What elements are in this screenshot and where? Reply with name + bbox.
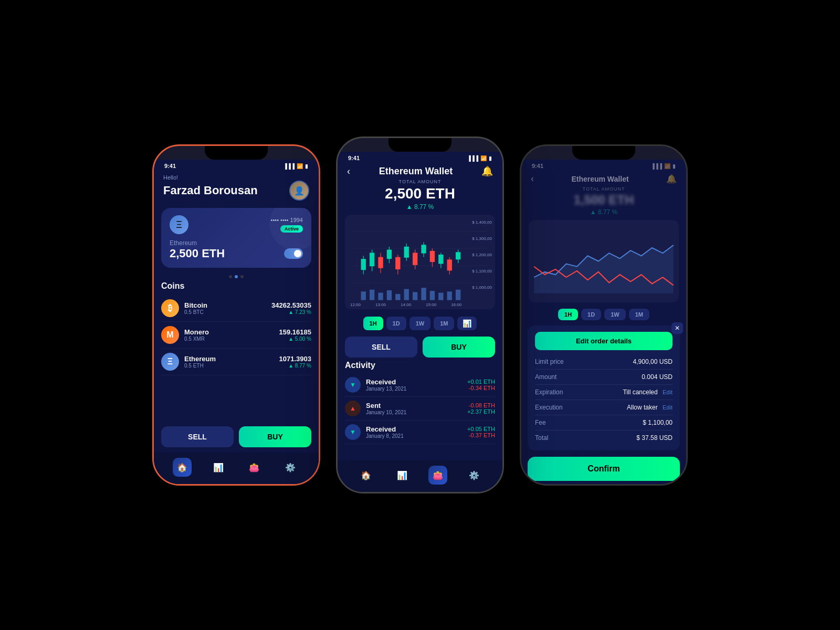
p2-nav-home[interactable]: 🏠	[356, 466, 375, 485]
activity-pos-3: +0.05 ETH	[467, 426, 495, 432]
p2-buy-button[interactable]: BUY	[423, 337, 495, 358]
p2-nav-chart[interactable]: 📊	[393, 466, 412, 485]
filter-1w[interactable]: 1W	[410, 317, 431, 330]
coin-info-eth: Ethereum 0.5 ETH	[184, 355, 274, 369]
price-chart: $ 1,400,00 $ 1,300,00 $ 1,200,00 $ 1,100…	[345, 215, 495, 309]
time-3: 9:41	[532, 163, 543, 169]
settings-icon: ⚙️	[281, 458, 300, 477]
time-filter-row: 1H 1D 1W 1M 📊	[345, 317, 495, 330]
order-row-expiration: Expiration Till canceled Edit	[535, 386, 673, 398]
p3-filter-1h[interactable]: 1H	[558, 309, 578, 320]
p2-home-icon: 🏠	[356, 466, 375, 485]
coin-value-xmr: 159.16185 ▲ 5.00 %	[279, 328, 311, 342]
status-icons-1: ▐▐▐ 📶 ▮	[284, 163, 308, 169]
coin-row-eth[interactable]: Ξ Ethereum 0.5 ETH 1071.3903 ▲ 8.77 %	[161, 349, 311, 375]
home-icon: 🏠	[173, 458, 192, 477]
card-coin-label: Ethereum	[170, 239, 303, 247]
p1-action-buttons: SELL BUY	[154, 421, 319, 453]
amount-label: Amount	[535, 373, 556, 381]
p3-bell-icon: 🔔	[666, 174, 677, 184]
chart-x-labels: 12:00 13:00 14:00 15:00 16:00	[350, 302, 461, 307]
avatar[interactable]: 👤	[289, 181, 309, 201]
svg-rect-28	[361, 291, 366, 300]
coin-sub-xmr: 0.5 XMR	[184, 336, 274, 342]
p3-filter-1m[interactable]: 1M	[629, 309, 649, 320]
svg-rect-32	[395, 294, 400, 300]
activity-info-2: Sent January 10, 2021	[366, 402, 462, 415]
activity-sent-1[interactable]: ▲ Sent January 10, 2021 -0.08 ETH +2.37 …	[345, 397, 495, 421]
svg-rect-27	[456, 252, 460, 259]
nav-settings[interactable]: ⚙️	[281, 458, 300, 477]
coin-row-btc[interactable]: ₿ Bitcoin 0.5 BTC 34262.53035 ▲ 7.23 %	[161, 295, 311, 322]
close-button[interactable]: ✕	[671, 322, 683, 334]
filter-chart[interactable]: 📊	[457, 317, 477, 330]
svg-rect-29	[370, 290, 374, 300]
activity-received-1[interactable]: ▼ Received January 13, 2021 +0.01 ETH -0…	[345, 373, 495, 397]
wallet-icon: 👛	[245, 458, 264, 477]
activity-neg-3: -0.37 ETH	[467, 432, 495, 438]
p3-filter-1d[interactable]: 1D	[581, 309, 601, 320]
screen-2: 9:41 ▐▐▐ 📶 ▮ ‹ Ethereum Wallet 🔔 TOTAL A…	[338, 152, 502, 492]
expiration-label: Expiration	[535, 388, 563, 396]
wifi-icon-2: 📶	[480, 155, 487, 161]
greeting: Hello!	[163, 174, 309, 181]
activity-pos-2: -0.08 ETH	[467, 402, 495, 408]
p1-header: Hello! Farzad Borousan 👤	[154, 170, 319, 204]
svg-rect-33	[404, 289, 409, 300]
svg-rect-25	[447, 259, 452, 270]
p2-chart-icon: 📊	[393, 466, 412, 485]
order-row-fee: Fee $ 1,100,00	[535, 416, 673, 429]
svg-rect-9	[378, 257, 383, 268]
chart-y-labels: $ 1,400,00 $ 1,300,00 $ 1,200,00 $ 1,100…	[472, 220, 492, 290]
back-button[interactable]: ‹	[347, 166, 350, 177]
chart-icon: 📊	[209, 458, 228, 477]
coin-row-xmr[interactable]: M Monero 0.5 XMR 159.16185 ▲ 5.00 %	[161, 322, 311, 349]
p1-sell-button[interactable]: SELL	[161, 426, 234, 447]
toggle-switch[interactable]	[284, 248, 303, 259]
screen-3: 9:41 ▐▐▐ 📶 ▮ ‹ Ethereum Wallet 🔔 TOTAL A…	[521, 160, 686, 484]
bell-icon[interactable]: 🔔	[481, 165, 493, 177]
filter-1d[interactable]: 1D	[386, 317, 406, 330]
filter-1m[interactable]: 1M	[434, 317, 454, 330]
svg-rect-31	[387, 290, 392, 300]
p2-settings-icon: ⚙️	[465, 466, 484, 485]
nav-home[interactable]: 🏠	[173, 458, 192, 477]
p3-back-icon: ‹	[531, 173, 534, 184]
card-dots	[154, 275, 319, 278]
total-label-order: Total	[535, 434, 548, 442]
p3-filter-1w[interactable]: 1W	[604, 309, 626, 320]
sent-icon-1: ▲	[345, 401, 361, 416]
p2-nav-wallet[interactable]: 👛	[428, 466, 447, 485]
order-panel: ✕ Edit order details Limit price 4,900,0…	[528, 326, 680, 450]
coin-name-eth: Ethereum	[184, 355, 274, 363]
coin-change-xmr: ▲ 5.00 %	[279, 336, 311, 342]
dot-3	[240, 275, 244, 278]
p1-buy-button[interactable]: BUY	[239, 426, 311, 447]
nav-wallet[interactable]: 👛	[245, 458, 264, 477]
notch-3	[572, 146, 635, 160]
p2-sell-button[interactable]: SELL	[345, 337, 417, 358]
svg-rect-30	[378, 293, 383, 300]
execution-edit-btn[interactable]: Edit	[663, 404, 673, 411]
confirm-button[interactable]: Confirm	[528, 457, 680, 481]
card-eth-amount: 2,500 ETH	[170, 247, 225, 260]
expiration-edit-btn[interactable]: Edit	[663, 389, 673, 395]
activity-type-2: Sent	[366, 402, 462, 410]
coin-sub-btc: 0.5 BTC	[184, 309, 266, 315]
activity-neg-1: -0.34 ETH	[467, 385, 495, 391]
battery-icon: ▮	[305, 163, 308, 169]
p3-time-filter-row: 1H 1D 1W 1M	[529, 309, 679, 320]
p1-nav: 🏠 📊 👛 ⚙️	[154, 453, 319, 484]
wifi-icon: 📶	[297, 163, 303, 169]
filter-1h[interactable]: 1H	[363, 317, 383, 330]
notch-2	[388, 138, 452, 152]
edit-order-button[interactable]: Edit order details	[535, 332, 673, 350]
activity-type-1: Received	[366, 378, 462, 386]
activity-received-2[interactable]: ▼ Received January 8, 2021 +0.05 ETH -0.…	[345, 421, 495, 444]
activity-date-1: January 13, 2021	[366, 386, 462, 392]
svg-rect-35	[421, 288, 426, 300]
coins-title: Coins	[161, 281, 311, 291]
nav-chart[interactable]: 📊	[209, 458, 228, 477]
p2-change: ▲ 8.77 %	[338, 203, 502, 211]
p2-nav-settings[interactable]: ⚙️	[465, 466, 484, 485]
